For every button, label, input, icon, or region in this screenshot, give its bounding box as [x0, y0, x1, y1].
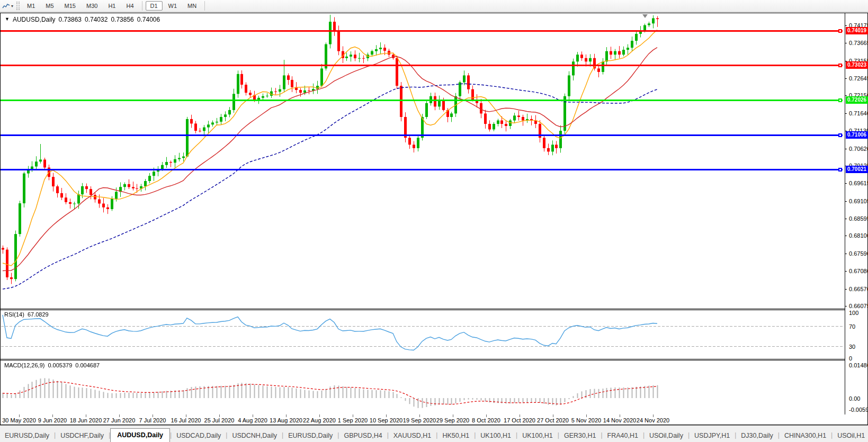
line-handle[interactable]	[838, 64, 842, 67]
date-label: 9 Jun 2020	[38, 417, 67, 423]
price-tick-label: 0.69105	[849, 198, 868, 204]
timeframe-button-m1[interactable]: M1	[22, 1, 40, 11]
date-label: 24 Nov 2020	[637, 417, 669, 423]
date-label: 4 Aug 2020	[238, 417, 267, 423]
price-tick-label: 0.67590	[849, 250, 868, 257]
toolbar-grip[interactable]	[16, 2, 20, 10]
chart-tool-icon[interactable]: ▾	[0, 2, 15, 10]
macd-name: MACD(12,26,9)	[4, 362, 44, 368]
price-tick	[845, 149, 847, 149]
macd-canvas[interactable]	[1, 360, 844, 414]
macd-axis-label: 0.00	[849, 395, 860, 402]
price-tick	[845, 271, 847, 272]
price-tick	[845, 113, 847, 114]
chart-tab-uk100-h1[interactable]: UK100,H1	[517, 430, 558, 442]
line-handle[interactable]	[838, 168, 842, 172]
date-axis: 30 May 20209 Jun 202018 Jun 202027 Jun 2…	[1, 414, 867, 425]
chart-tab-hk50-h1[interactable]: HK50,H1	[437, 430, 474, 442]
chart-tab-dj30-daily[interactable]: DJ30,Daily	[736, 430, 777, 442]
chart-tab-uk100-h1[interactable]: UK100,H1	[476, 430, 516, 442]
timeframe-button-h4[interactable]: H4	[121, 1, 138, 11]
price-tick-label: 0.66570	[849, 286, 868, 292]
chevron-down-icon[interactable]: ▾	[11, 4, 13, 8]
price-tick	[845, 219, 847, 219]
rsi-axis-label: 70	[849, 323, 855, 330]
chart-tab-usdjpy-h1[interactable]: USDJPY,H1	[690, 430, 735, 442]
rsi-axis-label: 100	[849, 310, 858, 316]
mt4-window: ▾ M1M5M15M30H1H4D1W1MN ▼ AUDUSD,Daily 0.…	[0, 0, 868, 442]
timeframe-button-m5[interactable]: M5	[41, 1, 58, 11]
date-label: 7 Jul 2020	[139, 417, 166, 423]
date-label: 13 Aug 2020	[270, 417, 302, 423]
high-value: 0.74032	[85, 16, 108, 23]
mini-chart-icon	[2, 3, 10, 10]
chart-tab-fra40-h1[interactable]: FRA40,H1	[603, 430, 643, 442]
chart-tab-china300-h1[interactable]: CHINA300,H1	[780, 430, 831, 442]
timeframe-button-w1[interactable]: W1	[164, 1, 182, 11]
chart-tab-usdchf-daily[interactable]: USDCHF,Daily	[56, 430, 109, 442]
chart-tab-ger30-h1[interactable]: GER30,H1	[559, 430, 601, 442]
chart-tab-bar: EURUSD,Daily|USDCHF,Daily|AUDUSD,Daily|U…	[0, 425, 868, 442]
horizontal-level-line[interactable]	[1, 100, 843, 101]
price-tick	[845, 78, 847, 79]
date-label: 5 Nov 2020	[571, 417, 601, 423]
pane-separator[interactable]	[1, 359, 845, 360]
rsi-canvas[interactable]	[1, 310, 844, 360]
chart-tab-eurusd-daily[interactable]: EURUSD,Daily	[283, 430, 337, 442]
price-tick	[845, 289, 847, 290]
horizontal-level-line[interactable]	[1, 30, 843, 32]
price-level-badge: 0.73023	[846, 61, 868, 69]
horizontal-level-line[interactable]	[1, 65, 843, 66]
timeframe-button-h1[interactable]: H1	[103, 1, 120, 11]
chart-tab-usdcad-daily[interactable]: USDCAD,Daily	[172, 430, 226, 442]
timeframe-button-d1[interactable]: D1	[146, 1, 163, 11]
price-tick-label: 0.67080	[849, 268, 868, 274]
chart-tab-audusd-daily[interactable]: AUDUSD,Daily	[110, 428, 170, 442]
price-tick	[845, 254, 847, 254]
price-chart-canvas[interactable]	[1, 13, 844, 296]
chart-tab-usoil-h1[interactable]: USOil,H1	[833, 430, 868, 442]
line-handle[interactable]	[838, 29, 842, 33]
chart-tab-usoil-daily[interactable]: USOil,Daily	[645, 430, 688, 442]
chart-title: ▼ AUDUSD,Daily 0.73863 0.74032 0.73856 0…	[5, 16, 160, 23]
collapse-triangle-icon[interactable]: ▼	[5, 16, 10, 23]
date-label: 29 Sep 2020	[436, 417, 469, 423]
low-value: 0.73856	[111, 16, 133, 23]
timeframe-button-mn[interactable]: MN	[183, 1, 201, 11]
price-tick-label: 0.68595	[849, 215, 868, 222]
date-label: 10 Sep 2020	[370, 417, 402, 423]
macd-label: MACD(12,26,9) 0.005379 0.004687	[4, 362, 100, 368]
price-tick-label: 0.66075	[849, 303, 868, 309]
chart-tab-gbpusd-h4[interactable]: GBPUSD,H4	[339, 430, 387, 442]
line-handle[interactable]	[838, 98, 842, 102]
symbol-period-label: AUDUSD,Daily	[13, 16, 56, 23]
timeframe-button-m15[interactable]: M15	[60, 1, 80, 11]
macd-axis-label: 0.014861	[849, 362, 868, 368]
price-tick-label: 0.73665	[849, 40, 868, 46]
date-label: 1 Sep 2020	[338, 417, 368, 423]
price-tick	[845, 201, 847, 202]
chart-shift-marker[interactable]	[642, 14, 648, 18]
chart-tab-usdcnh-daily[interactable]: USDCNH,Daily	[227, 430, 282, 442]
rsi-name: RSI(14)	[4, 311, 24, 318]
price-tick-label: 0.71640	[849, 110, 868, 116]
timeframe-toolbar: ▾ M1M5M15M30H1H4D1W1MN	[0, 0, 868, 12]
price-tick-label: 0.70620	[849, 146, 868, 152]
price-tick	[845, 306, 847, 306]
macd-main-value: 0.005379	[48, 362, 72, 368]
line-handle[interactable]	[838, 133, 842, 137]
macd-signal-value: 0.004687	[75, 362, 100, 368]
price-tick-label: 0.69615	[849, 180, 868, 186]
timeframe-buttons: M1M5M15M30H1H4D1W1MN	[22, 1, 208, 11]
timeframe-button-m30[interactable]: M30	[82, 1, 102, 11]
chart-tab-eurusd-daily[interactable]: EURUSD,Daily	[0, 430, 54, 442]
price-tick	[845, 25, 847, 26]
horizontal-level-line[interactable]	[1, 169, 843, 170]
rsi-axis-label: 30	[849, 344, 855, 350]
close-value: 0.74006	[137, 16, 160, 23]
pane-separator[interactable]	[1, 309, 845, 310]
price-tick	[845, 236, 847, 236]
chart-tab-xauusd-h1[interactable]: XAUUSD,H1	[389, 430, 436, 442]
rsi-value: 67.0829	[28, 311, 49, 318]
horizontal-level-line[interactable]	[1, 134, 843, 136]
